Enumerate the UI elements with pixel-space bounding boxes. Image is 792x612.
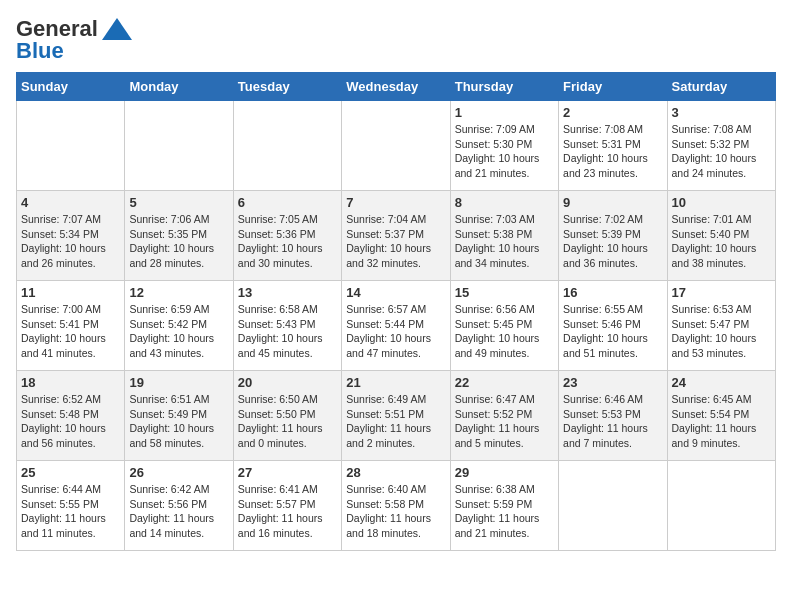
calendar-cell bbox=[342, 101, 450, 191]
calendar-cell: 23Sunrise: 6:46 AM Sunset: 5:53 PM Dayli… bbox=[559, 371, 667, 461]
day-info: Sunrise: 7:09 AM Sunset: 5:30 PM Dayligh… bbox=[455, 122, 554, 181]
calendar-cell: 11Sunrise: 7:00 AM Sunset: 5:41 PM Dayli… bbox=[17, 281, 125, 371]
day-number: 17 bbox=[672, 285, 771, 300]
day-number: 10 bbox=[672, 195, 771, 210]
calendar-cell: 2Sunrise: 7:08 AM Sunset: 5:31 PM Daylig… bbox=[559, 101, 667, 191]
day-info: Sunrise: 7:03 AM Sunset: 5:38 PM Dayligh… bbox=[455, 212, 554, 271]
logo: General Blue bbox=[16, 16, 132, 64]
calendar-cell: 4Sunrise: 7:07 AM Sunset: 5:34 PM Daylig… bbox=[17, 191, 125, 281]
day-info: Sunrise: 6:50 AM Sunset: 5:50 PM Dayligh… bbox=[238, 392, 337, 451]
column-header-friday: Friday bbox=[559, 73, 667, 101]
day-info: Sunrise: 7:04 AM Sunset: 5:37 PM Dayligh… bbox=[346, 212, 445, 271]
calendar-cell bbox=[125, 101, 233, 191]
day-info: Sunrise: 7:01 AM Sunset: 5:40 PM Dayligh… bbox=[672, 212, 771, 271]
day-number: 8 bbox=[455, 195, 554, 210]
calendar-week-row: 25Sunrise: 6:44 AM Sunset: 5:55 PM Dayli… bbox=[17, 461, 776, 551]
svg-marker-0 bbox=[102, 18, 132, 40]
day-info: Sunrise: 6:59 AM Sunset: 5:42 PM Dayligh… bbox=[129, 302, 228, 361]
day-info: Sunrise: 7:08 AM Sunset: 5:32 PM Dayligh… bbox=[672, 122, 771, 181]
calendar-cell: 12Sunrise: 6:59 AM Sunset: 5:42 PM Dayli… bbox=[125, 281, 233, 371]
day-number: 14 bbox=[346, 285, 445, 300]
day-info: Sunrise: 6:49 AM Sunset: 5:51 PM Dayligh… bbox=[346, 392, 445, 451]
day-number: 6 bbox=[238, 195, 337, 210]
day-info: Sunrise: 6:42 AM Sunset: 5:56 PM Dayligh… bbox=[129, 482, 228, 541]
day-number: 1 bbox=[455, 105, 554, 120]
calendar-week-row: 4Sunrise: 7:07 AM Sunset: 5:34 PM Daylig… bbox=[17, 191, 776, 281]
day-number: 24 bbox=[672, 375, 771, 390]
day-info: Sunrise: 6:41 AM Sunset: 5:57 PM Dayligh… bbox=[238, 482, 337, 541]
day-number: 4 bbox=[21, 195, 120, 210]
day-number: 22 bbox=[455, 375, 554, 390]
calendar-cell: 3Sunrise: 7:08 AM Sunset: 5:32 PM Daylig… bbox=[667, 101, 775, 191]
calendar-cell bbox=[667, 461, 775, 551]
calendar-cell: 26Sunrise: 6:42 AM Sunset: 5:56 PM Dayli… bbox=[125, 461, 233, 551]
day-number: 7 bbox=[346, 195, 445, 210]
day-info: Sunrise: 6:58 AM Sunset: 5:43 PM Dayligh… bbox=[238, 302, 337, 361]
calendar-cell: 6Sunrise: 7:05 AM Sunset: 5:36 PM Daylig… bbox=[233, 191, 341, 281]
calendar-cell: 9Sunrise: 7:02 AM Sunset: 5:39 PM Daylig… bbox=[559, 191, 667, 281]
calendar-cell: 25Sunrise: 6:44 AM Sunset: 5:55 PM Dayli… bbox=[17, 461, 125, 551]
day-info: Sunrise: 6:45 AM Sunset: 5:54 PM Dayligh… bbox=[672, 392, 771, 451]
day-info: Sunrise: 6:46 AM Sunset: 5:53 PM Dayligh… bbox=[563, 392, 662, 451]
day-number: 27 bbox=[238, 465, 337, 480]
day-number: 18 bbox=[21, 375, 120, 390]
column-header-saturday: Saturday bbox=[667, 73, 775, 101]
calendar-cell: 17Sunrise: 6:53 AM Sunset: 5:47 PM Dayli… bbox=[667, 281, 775, 371]
calendar-cell: 21Sunrise: 6:49 AM Sunset: 5:51 PM Dayli… bbox=[342, 371, 450, 461]
calendar-cell: 18Sunrise: 6:52 AM Sunset: 5:48 PM Dayli… bbox=[17, 371, 125, 461]
calendar-cell bbox=[559, 461, 667, 551]
page-header: General Blue bbox=[16, 16, 776, 64]
day-info: Sunrise: 6:52 AM Sunset: 5:48 PM Dayligh… bbox=[21, 392, 120, 451]
calendar-cell bbox=[17, 101, 125, 191]
day-number: 13 bbox=[238, 285, 337, 300]
day-info: Sunrise: 7:06 AM Sunset: 5:35 PM Dayligh… bbox=[129, 212, 228, 271]
day-info: Sunrise: 6:38 AM Sunset: 5:59 PM Dayligh… bbox=[455, 482, 554, 541]
day-info: Sunrise: 7:07 AM Sunset: 5:34 PM Dayligh… bbox=[21, 212, 120, 271]
calendar-cell bbox=[233, 101, 341, 191]
day-info: Sunrise: 6:51 AM Sunset: 5:49 PM Dayligh… bbox=[129, 392, 228, 451]
calendar-cell: 1Sunrise: 7:09 AM Sunset: 5:30 PM Daylig… bbox=[450, 101, 558, 191]
column-header-tuesday: Tuesday bbox=[233, 73, 341, 101]
calendar-cell: 19Sunrise: 6:51 AM Sunset: 5:49 PM Dayli… bbox=[125, 371, 233, 461]
day-number: 28 bbox=[346, 465, 445, 480]
day-number: 20 bbox=[238, 375, 337, 390]
calendar-cell: 13Sunrise: 6:58 AM Sunset: 5:43 PM Dayli… bbox=[233, 281, 341, 371]
calendar-cell: 22Sunrise: 6:47 AM Sunset: 5:52 PM Dayli… bbox=[450, 371, 558, 461]
calendar-week-row: 18Sunrise: 6:52 AM Sunset: 5:48 PM Dayli… bbox=[17, 371, 776, 461]
day-number: 29 bbox=[455, 465, 554, 480]
column-header-wednesday: Wednesday bbox=[342, 73, 450, 101]
calendar-cell: 7Sunrise: 7:04 AM Sunset: 5:37 PM Daylig… bbox=[342, 191, 450, 281]
calendar-cell: 24Sunrise: 6:45 AM Sunset: 5:54 PM Dayli… bbox=[667, 371, 775, 461]
logo-icon bbox=[102, 18, 132, 40]
day-info: Sunrise: 6:44 AM Sunset: 5:55 PM Dayligh… bbox=[21, 482, 120, 541]
day-number: 11 bbox=[21, 285, 120, 300]
calendar-cell: 20Sunrise: 6:50 AM Sunset: 5:50 PM Dayli… bbox=[233, 371, 341, 461]
day-number: 3 bbox=[672, 105, 771, 120]
day-number: 19 bbox=[129, 375, 228, 390]
day-number: 15 bbox=[455, 285, 554, 300]
day-number: 21 bbox=[346, 375, 445, 390]
column-header-thursday: Thursday bbox=[450, 73, 558, 101]
calendar-header-row: SundayMondayTuesdayWednesdayThursdayFrid… bbox=[17, 73, 776, 101]
calendar-cell: 27Sunrise: 6:41 AM Sunset: 5:57 PM Dayli… bbox=[233, 461, 341, 551]
day-info: Sunrise: 7:02 AM Sunset: 5:39 PM Dayligh… bbox=[563, 212, 662, 271]
day-number: 5 bbox=[129, 195, 228, 210]
day-info: Sunrise: 6:53 AM Sunset: 5:47 PM Dayligh… bbox=[672, 302, 771, 361]
day-number: 16 bbox=[563, 285, 662, 300]
column-header-sunday: Sunday bbox=[17, 73, 125, 101]
calendar-week-row: 11Sunrise: 7:00 AM Sunset: 5:41 PM Dayli… bbox=[17, 281, 776, 371]
day-number: 26 bbox=[129, 465, 228, 480]
day-info: Sunrise: 6:56 AM Sunset: 5:45 PM Dayligh… bbox=[455, 302, 554, 361]
day-info: Sunrise: 7:00 AM Sunset: 5:41 PM Dayligh… bbox=[21, 302, 120, 361]
day-info: Sunrise: 6:47 AM Sunset: 5:52 PM Dayligh… bbox=[455, 392, 554, 451]
day-number: 25 bbox=[21, 465, 120, 480]
day-info: Sunrise: 7:05 AM Sunset: 5:36 PM Dayligh… bbox=[238, 212, 337, 271]
day-info: Sunrise: 7:08 AM Sunset: 5:31 PM Dayligh… bbox=[563, 122, 662, 181]
day-number: 12 bbox=[129, 285, 228, 300]
logo-blue: Blue bbox=[16, 38, 64, 64]
calendar-cell: 16Sunrise: 6:55 AM Sunset: 5:46 PM Dayli… bbox=[559, 281, 667, 371]
day-info: Sunrise: 6:57 AM Sunset: 5:44 PM Dayligh… bbox=[346, 302, 445, 361]
calendar-cell: 15Sunrise: 6:56 AM Sunset: 5:45 PM Dayli… bbox=[450, 281, 558, 371]
calendar-cell: 10Sunrise: 7:01 AM Sunset: 5:40 PM Dayli… bbox=[667, 191, 775, 281]
calendar-cell: 29Sunrise: 6:38 AM Sunset: 5:59 PM Dayli… bbox=[450, 461, 558, 551]
